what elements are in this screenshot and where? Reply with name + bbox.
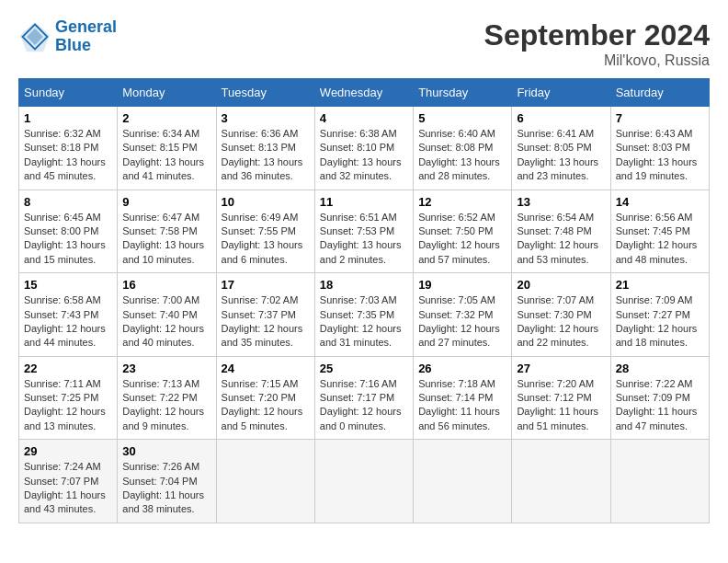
daylight-label: Daylight: 11 hours and 56 minutes. (418, 406, 500, 431)
sunset-label: Sunset: 7:25 PM (24, 392, 98, 403)
day-info: Sunrise: 7:13 AM Sunset: 7:22 PM Dayligh… (122, 377, 210, 434)
day-info: Sunrise: 6:40 AM Sunset: 8:08 PM Dayligh… (418, 127, 506, 184)
calendar-row: 22 Sunrise: 7:11 AM Sunset: 7:25 PM Dayl… (19, 356, 710, 440)
sunset-label: Sunset: 7:20 PM (222, 392, 296, 403)
daylight-label: Daylight: 12 hours and 13 minutes. (24, 406, 106, 431)
sunset-label: Sunset: 7:07 PM (24, 476, 98, 487)
logo-text: General Blue (55, 18, 117, 55)
calendar-row: 15 Sunrise: 6:58 AM Sunset: 7:43 PM Dayl… (19, 273, 710, 357)
table-row: 7 Sunrise: 6:43 AM Sunset: 8:03 PM Dayli… (610, 107, 709, 190)
table-row: 29 Sunrise: 7:24 AM Sunset: 7:07 PM Dayl… (19, 440, 118, 523)
sunrise-label: Sunrise: 6:54 AM (517, 212, 594, 223)
day-info: Sunrise: 6:51 AM Sunset: 7:53 PM Dayligh… (320, 211, 408, 268)
calendar-table: Sunday Monday Tuesday Wednesday Thursday… (18, 78, 710, 523)
sunrise-label: Sunrise: 7:02 AM (222, 294, 299, 305)
table-row: 15 Sunrise: 6:58 AM Sunset: 7:43 PM Dayl… (19, 273, 118, 357)
sunrise-label: Sunrise: 6:38 AM (320, 128, 397, 139)
sunrise-label: Sunrise: 7:24 AM (24, 461, 101, 472)
sunset-label: Sunset: 7:58 PM (122, 225, 197, 236)
sunrise-label: Sunrise: 7:20 AM (517, 378, 594, 389)
sunrise-label: Sunrise: 6:47 AM (122, 212, 199, 223)
sunset-label: Sunset: 7:50 PM (418, 225, 493, 236)
day-number: 27 (517, 362, 605, 375)
table-row: 3 Sunrise: 6:36 AM Sunset: 8:13 PM Dayli… (216, 107, 314, 190)
day-info: Sunrise: 6:52 AM Sunset: 7:50 PM Dayligh… (418, 211, 506, 268)
sunrise-label: Sunrise: 7:26 AM (122, 461, 199, 472)
table-row (414, 440, 512, 523)
table-row: 22 Sunrise: 7:11 AM Sunset: 7:25 PM Dayl… (19, 356, 118, 440)
sunset-label: Sunset: 7:14 PM (418, 392, 493, 403)
daylight-label: Daylight: 11 hours and 51 minutes. (517, 406, 598, 431)
daylight-label: Daylight: 11 hours and 38 minutes. (122, 489, 204, 514)
sunset-label: Sunset: 7:48 PM (517, 225, 591, 236)
day-number: 9 (122, 195, 210, 209)
day-info: Sunrise: 6:36 AM Sunset: 8:13 PM Dayligh… (222, 127, 310, 184)
table-row: 1 Sunrise: 6:32 AM Sunset: 8:18 PM Dayli… (19, 107, 118, 190)
sunrise-label: Sunrise: 6:36 AM (222, 128, 299, 139)
calendar-row: 1 Sunrise: 6:32 AM Sunset: 8:18 PM Dayli… (19, 107, 710, 190)
daylight-label: Daylight: 12 hours and 9 minutes. (122, 406, 204, 431)
sunrise-label: Sunrise: 6:43 AM (616, 128, 693, 139)
sunset-label: Sunset: 7:30 PM (517, 309, 591, 320)
daylight-label: Daylight: 12 hours and 44 minutes. (24, 323, 106, 348)
daylight-label: Daylight: 11 hours and 43 minutes. (24, 489, 106, 514)
table-row: 20 Sunrise: 7:07 AM Sunset: 7:30 PM Dayl… (512, 273, 610, 357)
sunset-label: Sunset: 8:08 PM (418, 142, 493, 153)
day-info: Sunrise: 6:58 AM Sunset: 7:43 PM Dayligh… (24, 293, 112, 350)
sunrise-label: Sunrise: 6:52 AM (418, 212, 495, 223)
table-row: 21 Sunrise: 7:09 AM Sunset: 7:27 PM Dayl… (610, 273, 709, 357)
day-number: 28 (616, 362, 704, 375)
sunset-label: Sunset: 7:17 PM (320, 392, 394, 403)
day-info: Sunrise: 7:05 AM Sunset: 7:32 PM Dayligh… (418, 293, 506, 350)
day-number: 6 (517, 111, 605, 125)
table-row: 24 Sunrise: 7:15 AM Sunset: 7:20 PM Dayl… (216, 356, 314, 440)
sunset-label: Sunset: 7:27 PM (616, 309, 690, 320)
sunset-label: Sunset: 7:53 PM (320, 225, 394, 236)
sunrise-label: Sunrise: 6:58 AM (24, 294, 101, 305)
day-number: 10 (222, 195, 310, 209)
day-info: Sunrise: 6:32 AM Sunset: 8:18 PM Dayligh… (24, 127, 112, 184)
sunrise-label: Sunrise: 7:13 AM (122, 378, 199, 389)
day-info: Sunrise: 7:26 AM Sunset: 7:04 PM Dayligh… (122, 460, 210, 517)
table-row: 5 Sunrise: 6:40 AM Sunset: 8:08 PM Dayli… (414, 107, 512, 190)
table-row: 16 Sunrise: 7:00 AM Sunset: 7:40 PM Dayl… (118, 273, 216, 357)
sunset-label: Sunset: 7:22 PM (122, 392, 197, 403)
sunrise-label: Sunrise: 6:51 AM (320, 212, 397, 223)
day-info: Sunrise: 6:34 AM Sunset: 8:15 PM Dayligh… (122, 127, 210, 184)
table-row: 18 Sunrise: 7:03 AM Sunset: 7:35 PM Dayl… (314, 273, 413, 357)
day-info: Sunrise: 6:38 AM Sunset: 8:10 PM Dayligh… (320, 127, 408, 184)
day-info: Sunrise: 7:15 AM Sunset: 7:20 PM Dayligh… (222, 377, 310, 434)
day-info: Sunrise: 6:56 AM Sunset: 7:45 PM Dayligh… (616, 211, 704, 268)
daylight-label: Daylight: 11 hours and 47 minutes. (616, 406, 698, 431)
day-info: Sunrise: 7:22 AM Sunset: 7:09 PM Dayligh… (616, 377, 704, 434)
day-number: 13 (517, 195, 605, 209)
day-info: Sunrise: 7:03 AM Sunset: 7:35 PM Dayligh… (320, 293, 408, 350)
table-row: 28 Sunrise: 7:22 AM Sunset: 7:09 PM Dayl… (610, 356, 709, 440)
header-friday: Friday (512, 79, 610, 107)
sunset-label: Sunset: 8:00 PM (24, 225, 98, 236)
table-row: 12 Sunrise: 6:52 AM Sunset: 7:50 PM Dayl… (414, 190, 512, 273)
sunset-label: Sunset: 8:03 PM (616, 142, 690, 153)
sunrise-label: Sunrise: 7:18 AM (418, 378, 495, 389)
daylight-label: Daylight: 13 hours and 2 minutes. (320, 239, 402, 264)
table-row: 19 Sunrise: 7:05 AM Sunset: 7:32 PM Dayl… (414, 273, 512, 357)
daylight-label: Daylight: 12 hours and 0 minutes. (320, 406, 402, 431)
day-number: 20 (517, 278, 605, 292)
day-info: Sunrise: 6:43 AM Sunset: 8:03 PM Dayligh… (616, 127, 704, 184)
day-info: Sunrise: 7:11 AM Sunset: 7:25 PM Dayligh… (24, 377, 112, 434)
weekday-header-row: Sunday Monday Tuesday Wednesday Thursday… (19, 79, 710, 107)
daylight-label: Daylight: 12 hours and 31 minutes. (320, 323, 402, 348)
daylight-label: Daylight: 13 hours and 28 minutes. (418, 156, 500, 181)
daylight-label: Daylight: 13 hours and 19 minutes. (616, 156, 698, 181)
day-number: 17 (222, 278, 310, 292)
table-row: 10 Sunrise: 6:49 AM Sunset: 7:55 PM Dayl… (216, 190, 314, 273)
sunrise-label: Sunrise: 6:41 AM (517, 128, 594, 139)
day-number: 4 (320, 111, 408, 125)
location: Mil'kovo, Russia (484, 52, 710, 69)
table-row: 11 Sunrise: 6:51 AM Sunset: 7:53 PM Dayl… (314, 190, 413, 273)
sunset-label: Sunset: 7:09 PM (616, 392, 690, 403)
sunrise-label: Sunrise: 6:49 AM (222, 212, 299, 223)
title-block: September 2024 Mil'kovo, Russia (484, 18, 710, 69)
table-row: 6 Sunrise: 6:41 AM Sunset: 8:05 PM Dayli… (512, 107, 610, 190)
day-info: Sunrise: 7:07 AM Sunset: 7:30 PM Dayligh… (517, 293, 605, 350)
